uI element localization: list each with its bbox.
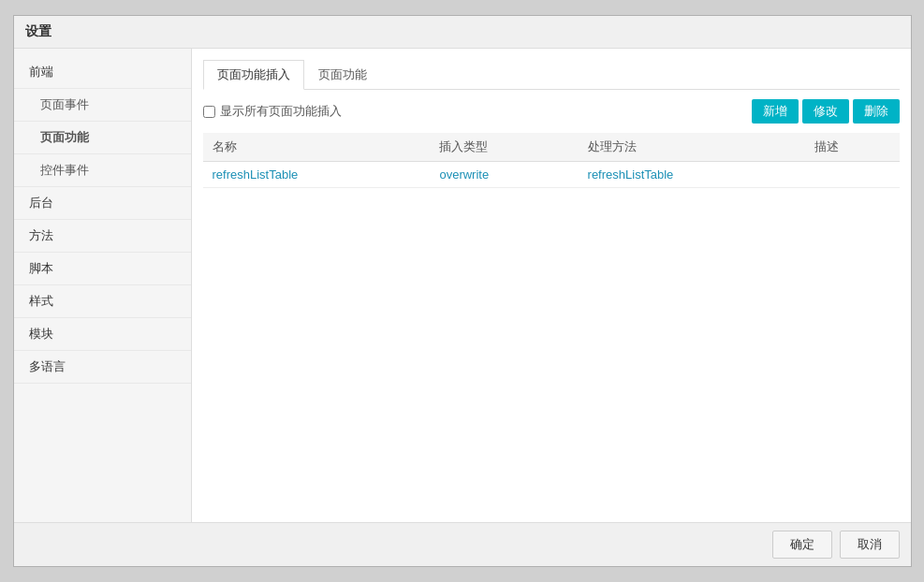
table-cell-2: refreshListTable (579, 162, 806, 188)
show-all-text: 显示所有页面功能插入 (220, 103, 342, 120)
sidebar-item-method[interactable]: 方法 (14, 220, 191, 253)
sidebar-item-page-event[interactable]: 页面事件 (14, 89, 191, 122)
col-name: 名称 (203, 133, 431, 162)
toolbar-row: 显示所有页面功能插入 新增 修改 删除 (203, 99, 900, 124)
edit-button[interactable]: 修改 (802, 99, 849, 124)
confirm-button[interactable]: 确定 (772, 531, 832, 559)
delete-button[interactable]: 删除 (853, 99, 900, 124)
add-button[interactable]: 新增 (752, 99, 799, 124)
dialog-title: 设置 (14, 16, 911, 49)
sidebar-item-page-function[interactable]: 页面功能 (14, 122, 191, 154)
col-handler: 处理方法 (579, 133, 806, 162)
table-body: refreshListTableoverwriterefreshListTabl… (203, 162, 900, 188)
table-cell-0: refreshListTable (203, 162, 431, 188)
table-row[interactable]: refreshListTableoverwriterefreshListTabl… (203, 162, 900, 188)
col-description: 描述 (805, 133, 899, 162)
col-insert-type: 插入类型 (430, 133, 578, 162)
dialog-body: 前端页面事件页面功能控件事件后台方法脚本样式模块多语言 页面功能插入页面功能 显… (14, 49, 911, 522)
sidebar-item-i18n[interactable]: 多语言 (14, 351, 191, 384)
btn-group: 新增 修改 删除 (752, 99, 900, 124)
tab-bar: 页面功能插入页面功能 (203, 60, 900, 90)
sidebar-item-script[interactable]: 脚本 (14, 253, 191, 285)
settings-dialog: 设置 前端页面事件页面功能控件事件后台方法脚本样式模块多语言 页面功能插入页面功… (13, 15, 912, 567)
table-header: 名称 插入类型 处理方法 描述 (203, 133, 900, 162)
table-cell-1: overwrite (430, 162, 578, 188)
sidebar-item-module[interactable]: 模块 (14, 318, 191, 351)
show-all-label[interactable]: 显示所有页面功能插入 (203, 103, 342, 120)
table-cell-3 (805, 162, 899, 188)
show-all-checkbox[interactable] (203, 106, 215, 118)
sidebar-item-frontend[interactable]: 前端 (14, 56, 191, 89)
tab-页面功能[interactable]: 页面功能 (304, 60, 381, 90)
main-content: 页面功能插入页面功能 显示所有页面功能插入 新增 修改 删除 名称 (192, 49, 911, 522)
tab-页面功能插入[interactable]: 页面功能插入 (203, 60, 304, 90)
dialog-footer: 确定 取消 (14, 522, 911, 566)
cancel-button[interactable]: 取消 (840, 531, 900, 559)
sidebar: 前端页面事件页面功能控件事件后台方法脚本样式模块多语言 (14, 49, 192, 522)
data-table: 名称 插入类型 处理方法 描述 refreshListTableoverwrit… (203, 133, 900, 188)
sidebar-item-style[interactable]: 样式 (14, 285, 191, 318)
sidebar-item-backend[interactable]: 后台 (14, 187, 191, 220)
sidebar-item-control-event[interactable]: 控件事件 (14, 154, 191, 187)
